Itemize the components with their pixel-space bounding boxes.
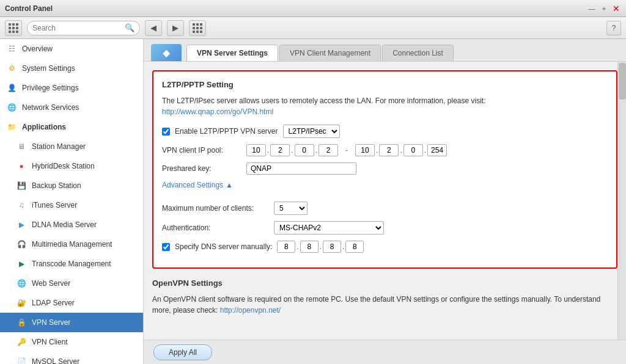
- sidebar-item-applications[interactable]: 📁 Applications: [0, 117, 143, 137]
- content-scroll: L2TP/PPTP Setting The L2TP/IPsec server …: [144, 62, 626, 340]
- sidebar-item-system-settings[interactable]: ⚙ System Settings: [0, 59, 143, 78]
- grid-icon: [9, 23, 18, 33]
- backup-icon: 💾: [16, 180, 27, 191]
- dns-checkbox[interactable]: [162, 243, 170, 251]
- sidebar-label-system-settings: System Settings: [22, 64, 75, 73]
- sidebar-label-applications: Applications: [22, 123, 66, 131]
- max-clients-group: 5 10 20 50: [274, 202, 307, 215]
- sidebar-item-ldap-server[interactable]: 🔐 LDAP Server: [0, 293, 143, 313]
- tab-vpn-client-management[interactable]: VPN Client Management: [279, 45, 381, 61]
- ip-start-1[interactable]: [246, 144, 266, 156]
- advanced-settings-link[interactable]: Advanced Settings ▲: [162, 181, 233, 189]
- sidebar-item-station-manager[interactable]: 🖥 Station Manager: [0, 137, 143, 156]
- sidebar-item-transcode-management[interactable]: ▶ Transcode Management: [0, 254, 143, 274]
- l2tp-info-text: The L2TP/IPsec server allows users to re…: [162, 95, 608, 117]
- grid-icon: ☷: [6, 43, 17, 54]
- ip-end-1[interactable]: [355, 144, 375, 156]
- tab-icon: ◆: [151, 44, 182, 61]
- authentication-select[interactable]: MS-CHAPv2 PAP CHAP MPPE: [274, 221, 384, 235]
- dns-field-3[interactable]: [323, 241, 341, 253]
- search-box[interactable]: 🔍: [27, 21, 140, 35]
- title-bar: Control Panel — + ✕: [0, 0, 626, 17]
- sidebar-label-station-manager: Station Manager: [32, 142, 86, 151]
- openvpn-info-link[interactable]: http://openvpn.net/: [220, 306, 281, 315]
- ip-pool-label: VPN client IP pool:: [162, 146, 241, 155]
- user-icon: 👤: [6, 82, 17, 93]
- toolbar: 🔍 ◀ ▶ ?: [0, 17, 626, 39]
- mysql-icon: 📄: [16, 356, 27, 364]
- web-icon: 🌐: [16, 278, 27, 289]
- sidebar-item-web-server[interactable]: 🌐 Web Server: [0, 274, 143, 293]
- max-clients-select[interactable]: 5 10 20 50: [274, 202, 307, 215]
- back-button[interactable]: ◀: [145, 20, 162, 36]
- enable-l2tp-checkbox[interactable]: [162, 128, 170, 136]
- ip-pool-end: . . .: [355, 144, 447, 156]
- authentication-label: Authentication:: [162, 224, 269, 232]
- openvpn-section: OpenVPN Settings An OpenVPN client softw…: [152, 278, 617, 316]
- window-title: Control Panel: [5, 4, 53, 13]
- search-input[interactable]: [32, 24, 125, 32]
- dns-row: Specify DNS server manually: . . .: [162, 241, 608, 253]
- forward-button[interactable]: ▶: [167, 20, 184, 36]
- itunes-icon: ♫: [16, 200, 27, 211]
- sidebar-item-multimedia-management[interactable]: 🎧 Multimedia Management: [0, 235, 143, 254]
- l2tp-info-link[interactable]: http://www.qnap.com/go/VPN.html: [162, 107, 273, 116]
- tab-vpn-server-settings[interactable]: VPN Server Settings: [186, 45, 278, 61]
- dns-field-2[interactable]: [300, 241, 319, 253]
- close-button[interactable]: ✕: [611, 4, 621, 13]
- sidebar-item-vpn-client[interactable]: 🔑 VPN Client: [0, 332, 143, 352]
- sidebar-label-overview: Overview: [22, 45, 53, 53]
- ip-pool-start: . . .: [246, 144, 338, 156]
- transcode-icon: ▶: [16, 258, 27, 269]
- window-controls: — + ✕: [587, 4, 621, 13]
- maximize-button[interactable]: +: [599, 4, 609, 13]
- sidebar-item-overview[interactable]: ☷ Overview: [0, 39, 143, 59]
- grid-button[interactable]: [5, 20, 22, 36]
- apps-button[interactable]: [189, 20, 206, 36]
- sidebar-label-vpn-server: VPN Server: [32, 318, 70, 327]
- preshared-key-label: Preshared key:: [162, 164, 241, 173]
- sidebar-item-itunes-server[interactable]: ♫ iTunes Server: [0, 195, 143, 215]
- vpn-client-icon: 🔑: [16, 337, 27, 348]
- preshared-key-input[interactable]: [246, 162, 356, 175]
- tab-connection-list[interactable]: Connection List: [382, 45, 454, 61]
- sidebar-label-backup-station: Backup Station: [32, 181, 81, 190]
- apply-all-button[interactable]: Apply All: [153, 344, 212, 360]
- ip-start-2[interactable]: [270, 144, 290, 156]
- ldap-icon: 🔐: [16, 297, 27, 308]
- minimize-button[interactable]: —: [587, 4, 597, 13]
- sidebar-label-ldap-server: LDAP Server: [32, 299, 75, 307]
- vpn-type-select[interactable]: L2TP/IPsec PPTP: [283, 125, 340, 138]
- apps-grid-icon: [193, 23, 202, 33]
- help-button[interactable]: ?: [606, 21, 621, 35]
- enable-l2tp-row: Enable L2TP/PPTP VPN server L2TP/IPsec P…: [162, 125, 608, 138]
- sidebar-item-privilege-settings[interactable]: 👤 Privilege Settings: [0, 78, 143, 98]
- sidebar-label-hybriddesk-station: HybridDesk Station: [32, 162, 95, 170]
- vpn-server-icon: 🔒: [16, 317, 27, 328]
- scrollbar-thumb[interactable]: [619, 63, 626, 100]
- dns-group: . . .: [277, 241, 364, 253]
- network-icon: 🌐: [6, 102, 17, 113]
- ip-end-3[interactable]: [403, 144, 423, 156]
- sidebar-item-dlna-media-server[interactable]: ▶ DLNA Media Server: [0, 215, 143, 235]
- sidebar-item-network-services[interactable]: 🌐 Network Services: [0, 98, 143, 117]
- ip-start-3[interactable]: [295, 144, 314, 156]
- sidebar-item-mysql-server[interactable]: 📄 MySQL Server: [0, 352, 143, 364]
- sidebar-item-vpn-server[interactable]: 🔒 VPN Server: [0, 313, 143, 332]
- sidebar-item-backup-station[interactable]: 💾 Backup Station: [0, 176, 143, 195]
- ip-start-4[interactable]: [319, 144, 338, 156]
- sidebar-label-web-server: Web Server: [32, 279, 70, 288]
- sidebar-label-network-services: Network Services: [22, 103, 79, 112]
- sidebar-item-hybriddesk-station[interactable]: ● HybridDesk Station: [0, 156, 143, 176]
- hybrid-icon: ●: [16, 161, 27, 172]
- l2tp-section-title: L2TP/PPTP Setting: [162, 80, 608, 89]
- dns-field-4[interactable]: [345, 241, 364, 253]
- sidebar-label-itunes-server: iTunes Server: [32, 201, 77, 209]
- dns-field-1[interactable]: [277, 241, 295, 253]
- ip-pool-row: VPN client IP pool: . . . - .: [162, 144, 608, 156]
- advanced-settings-row: Advanced Settings ▲: [162, 181, 608, 195]
- max-clients-row: Maximum number of clients: 5 10 20 50: [162, 202, 608, 215]
- scrollbar-track[interactable]: [617, 62, 626, 340]
- ip-end-4[interactable]: [427, 144, 447, 156]
- ip-end-2[interactable]: [379, 144, 399, 156]
